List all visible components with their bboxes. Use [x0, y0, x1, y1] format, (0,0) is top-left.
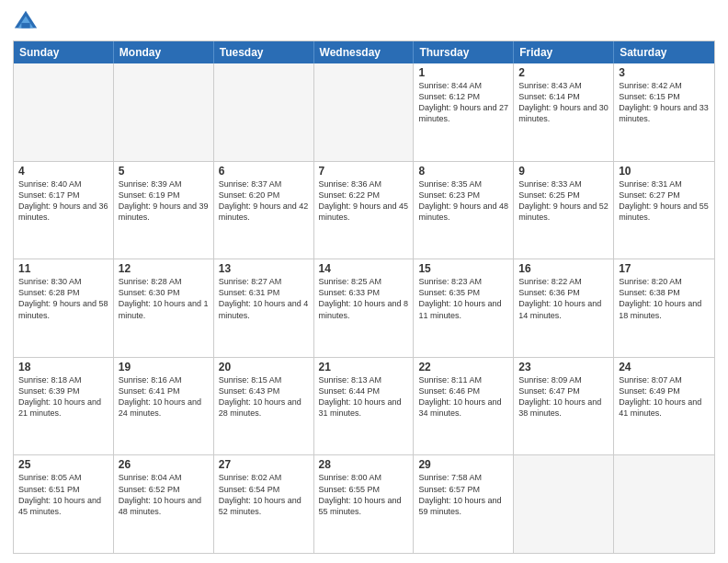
cal-cell: 1Sunrise: 8:44 AM Sunset: 6:12 PM Daylig… [414, 63, 514, 161]
cell-info: Sunrise: 8:35 AM Sunset: 6:23 PM Dayligh… [418, 178, 508, 224]
cell-info: Sunrise: 8:36 AM Sunset: 6:22 PM Dayligh… [319, 178, 409, 224]
cal-cell: 9Sunrise: 8:33 AM Sunset: 6:25 PM Daylig… [514, 162, 614, 259]
cal-cell: 28Sunrise: 8:00 AM Sunset: 6:55 PM Dayli… [314, 455, 415, 553]
day-number: 5 [119, 165, 209, 178]
header [13, 9, 715, 35]
cell-info: Sunrise: 8:43 AM Sunset: 6:14 PM Dayligh… [518, 80, 609, 125]
cal-cell: 12Sunrise: 8:28 AM Sunset: 6:30 PM Dayli… [114, 259, 214, 357]
cell-info: Sunrise: 8:23 AM Sunset: 6:35 PM Dayligh… [418, 276, 508, 321]
calendar-row-1: 4Sunrise: 8:40 AM Sunset: 6:17 PM Daylig… [14, 161, 714, 259]
calendar-body: 1Sunrise: 8:44 AM Sunset: 6:12 PM Daylig… [14, 63, 714, 553]
cal-cell [114, 63, 214, 161]
cal-cell: 21Sunrise: 8:13 AM Sunset: 6:44 PM Dayli… [314, 358, 415, 455]
cal-cell [214, 63, 314, 161]
cell-info: Sunrise: 8:30 AM Sunset: 6:28 PM Dayligh… [18, 276, 108, 321]
cell-info: Sunrise: 8:13 AM Sunset: 6:44 PM Dayligh… [319, 374, 409, 419]
cal-cell: 15Sunrise: 8:23 AM Sunset: 6:35 PM Dayli… [414, 259, 514, 357]
cell-info: Sunrise: 8:04 AM Sunset: 6:52 PM Dayligh… [119, 472, 209, 517]
cal-cell: 10Sunrise: 8:31 AM Sunset: 6:27 PM Dayli… [614, 162, 714, 259]
cal-cell: 6Sunrise: 8:37 AM Sunset: 6:20 PM Daylig… [214, 162, 314, 259]
header-day-wednesday: Wednesday [314, 41, 415, 63]
day-number: 9 [518, 165, 609, 178]
day-number: 17 [619, 262, 710, 275]
cell-info: Sunrise: 8:28 AM Sunset: 6:30 PM Dayligh… [119, 276, 209, 321]
calendar-header: SundayMondayTuesdayWednesdayThursdayFrid… [14, 41, 714, 63]
cal-cell: 24Sunrise: 8:07 AM Sunset: 6:49 PM Dayli… [614, 358, 714, 455]
cal-cell: 11Sunrise: 8:30 AM Sunset: 6:28 PM Dayli… [14, 259, 114, 357]
day-number: 14 [319, 262, 409, 275]
cal-cell: 13Sunrise: 8:27 AM Sunset: 6:31 PM Dayli… [214, 259, 314, 357]
header-day-thursday: Thursday [414, 41, 514, 63]
cal-cell [514, 455, 614, 553]
logo [13, 9, 42, 35]
cell-info: Sunrise: 8:42 AM Sunset: 6:15 PM Dayligh… [619, 80, 710, 125]
cal-cell [614, 455, 714, 553]
day-number: 2 [518, 66, 609, 79]
day-number: 22 [418, 361, 508, 373]
svg-rect-2 [21, 23, 29, 29]
day-number: 15 [418, 262, 508, 275]
cal-cell: 27Sunrise: 8:02 AM Sunset: 6:54 PM Dayli… [214, 455, 314, 553]
cal-cell [314, 63, 415, 161]
cell-info: Sunrise: 8:02 AM Sunset: 6:54 PM Dayligh… [219, 472, 309, 517]
day-number: 20 [219, 361, 309, 373]
cell-info: Sunrise: 8:05 AM Sunset: 6:51 PM Dayligh… [18, 472, 108, 517]
day-number: 4 [18, 165, 108, 178]
cal-cell: 2Sunrise: 8:43 AM Sunset: 6:14 PM Daylig… [514, 63, 614, 161]
cal-cell: 14Sunrise: 8:25 AM Sunset: 6:33 PM Dayli… [314, 259, 415, 357]
day-number: 13 [219, 262, 309, 275]
day-number: 10 [619, 165, 710, 178]
header-day-friday: Friday [514, 41, 614, 63]
cell-info: Sunrise: 8:00 AM Sunset: 6:55 PM Dayligh… [319, 472, 409, 517]
cal-cell: 20Sunrise: 8:15 AM Sunset: 6:43 PM Dayli… [214, 358, 314, 455]
day-number: 6 [219, 165, 309, 178]
cell-info: Sunrise: 8:37 AM Sunset: 6:20 PM Dayligh… [219, 178, 309, 224]
day-number: 1 [418, 66, 508, 79]
day-number: 25 [18, 458, 108, 471]
day-number: 29 [418, 458, 508, 471]
cell-info: Sunrise: 8:09 AM Sunset: 6:47 PM Dayligh… [518, 374, 609, 419]
cell-info: Sunrise: 8:44 AM Sunset: 6:12 PM Dayligh… [418, 80, 508, 125]
calendar-row-0: 1Sunrise: 8:44 AM Sunset: 6:12 PM Daylig… [14, 63, 714, 161]
cal-cell: 8Sunrise: 8:35 AM Sunset: 6:23 PM Daylig… [414, 162, 514, 259]
header-day-monday: Monday [114, 41, 214, 63]
cal-cell: 25Sunrise: 8:05 AM Sunset: 6:51 PM Dayli… [14, 455, 114, 553]
cal-cell: 17Sunrise: 8:20 AM Sunset: 6:38 PM Dayli… [614, 259, 714, 357]
calendar: SundayMondayTuesdayWednesdayThursdayFrid… [13, 40, 715, 554]
page: SundayMondayTuesdayWednesdayThursdayFrid… [0, 0, 728, 563]
calendar-row-4: 25Sunrise: 8:05 AM Sunset: 6:51 PM Dayli… [14, 454, 714, 553]
cal-cell: 5Sunrise: 8:39 AM Sunset: 6:19 PM Daylig… [114, 162, 214, 259]
cal-cell: 29Sunrise: 7:58 AM Sunset: 6:57 PM Dayli… [414, 455, 514, 553]
cal-cell: 23Sunrise: 8:09 AM Sunset: 6:47 PM Dayli… [514, 358, 614, 455]
cell-info: Sunrise: 8:33 AM Sunset: 6:25 PM Dayligh… [518, 178, 609, 224]
cell-info: Sunrise: 8:15 AM Sunset: 6:43 PM Dayligh… [219, 374, 309, 419]
day-number: 18 [18, 361, 108, 373]
day-number: 3 [619, 66, 710, 79]
cell-info: Sunrise: 7:58 AM Sunset: 6:57 PM Dayligh… [418, 472, 508, 517]
day-number: 26 [119, 458, 209, 471]
day-number: 28 [319, 458, 409, 471]
cell-info: Sunrise: 8:40 AM Sunset: 6:17 PM Dayligh… [18, 178, 108, 224]
cal-cell: 16Sunrise: 8:22 AM Sunset: 6:36 PM Dayli… [514, 259, 614, 357]
day-number: 12 [119, 262, 209, 275]
cal-cell: 26Sunrise: 8:04 AM Sunset: 6:52 PM Dayli… [114, 455, 214, 553]
cal-cell [14, 63, 114, 161]
cell-info: Sunrise: 8:16 AM Sunset: 6:41 PM Dayligh… [119, 374, 209, 419]
day-number: 21 [319, 361, 409, 373]
cell-info: Sunrise: 8:27 AM Sunset: 6:31 PM Dayligh… [219, 276, 309, 321]
cell-info: Sunrise: 8:18 AM Sunset: 6:39 PM Dayligh… [18, 374, 108, 419]
day-number: 24 [619, 361, 710, 373]
day-number: 8 [418, 165, 508, 178]
cal-cell: 19Sunrise: 8:16 AM Sunset: 6:41 PM Dayli… [114, 358, 214, 455]
cell-info: Sunrise: 8:07 AM Sunset: 6:49 PM Dayligh… [619, 374, 710, 419]
calendar-row-2: 11Sunrise: 8:30 AM Sunset: 6:28 PM Dayli… [14, 259, 714, 357]
cal-cell: 4Sunrise: 8:40 AM Sunset: 6:17 PM Daylig… [14, 162, 114, 259]
day-number: 27 [219, 458, 309, 471]
calendar-row-3: 18Sunrise: 8:18 AM Sunset: 6:39 PM Dayli… [14, 357, 714, 455]
cell-info: Sunrise: 8:22 AM Sunset: 6:36 PM Dayligh… [518, 276, 609, 321]
cell-info: Sunrise: 8:39 AM Sunset: 6:19 PM Dayligh… [119, 178, 209, 224]
header-day-tuesday: Tuesday [214, 41, 314, 63]
day-number: 19 [119, 361, 209, 373]
header-day-sunday: Sunday [14, 41, 114, 63]
day-number: 16 [518, 262, 609, 275]
